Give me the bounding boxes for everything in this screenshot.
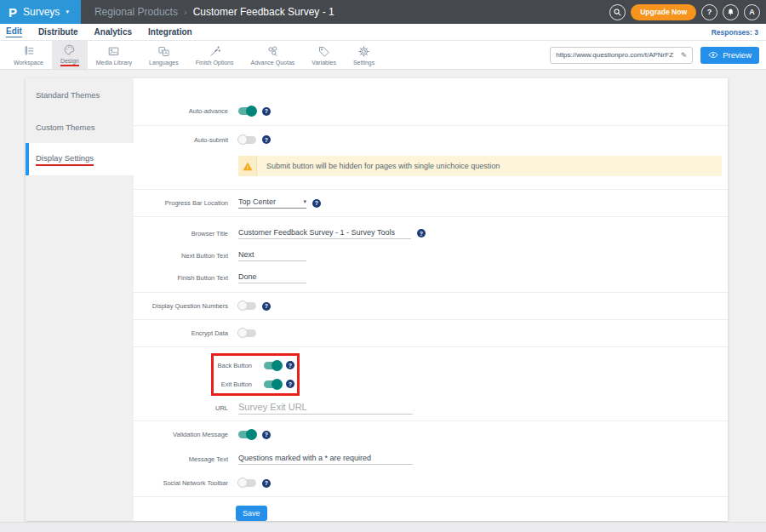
display-question-numbers-row: Display Question Numbers ? [134, 293, 728, 319]
upgrade-now-button[interactable]: Upgrade Now [631, 4, 696, 20]
display-settings-form: Auto-advance ? Auto-submit ? ! Submit b [134, 78, 728, 521]
chevron-down-icon: ▾ [66, 9, 69, 15]
tab-workspace[interactable]: Workspace [5, 41, 52, 69]
sidebar-item-display-settings[interactable]: Display Settings [26, 143, 134, 175]
tab-media-library[interactable]: Media Library [88, 41, 140, 69]
notifications-button[interactable] [723, 4, 739, 20]
eye-icon [708, 51, 718, 59]
exit-button-toggle[interactable] [264, 380, 282, 388]
help-icon[interactable]: ? [262, 479, 271, 488]
tab-variables[interactable]: Variables [303, 41, 345, 69]
top-bar: P Surveys ▾ Regional Products › Customer… [0, 0, 766, 24]
help-icon[interactable]: ? [286, 361, 294, 369]
auto-submit-warning: ! Submit button will be hidden for pages… [238, 156, 722, 176]
edit-toolbar: Workspace Design Media Library xA Langua… [0, 41, 766, 70]
design-settings-card: Standard Themes Custom Themes Display Se… [26, 78, 728, 521]
avatar[interactable]: A [744, 4, 760, 20]
browser-title-label: Browser Title [134, 230, 228, 237]
back-button-row: Back Button ? [214, 356, 297, 375]
progress-bar-location-select[interactable]: Top Center ▾ [238, 197, 306, 209]
toggle-knob [237, 328, 248, 338]
sidebar-item-custom-themes[interactable]: Custom Themes [26, 111, 134, 143]
finish-options-icon [209, 45, 221, 58]
breadcrumb-separator: › [184, 7, 187, 17]
finish-button-text-row: Finish Button Text [134, 266, 728, 289]
back-button-label: Back Button [214, 362, 252, 369]
warning-icon: ! [238, 156, 257, 176]
exit-url-label: URL [134, 404, 228, 412]
progress-bar-location-label: Progress Bar Location [134, 199, 228, 207]
tab-distribute[interactable]: Distribute [38, 27, 78, 37]
preview-button[interactable]: Preview [700, 47, 759, 64]
workspace-icon [22, 45, 35, 58]
back-button-toggle[interactable] [264, 362, 282, 369]
auto-submit-row: Auto-submit ? [134, 126, 728, 153]
breadcrumb: Regional Products › Customer Feedback Su… [94, 6, 334, 18]
survey-url-box[interactable]: https://www.questionpro.com/t/APNrFZ ✎ [550, 47, 693, 64]
validation-message-label: Validation Message [134, 431, 228, 438]
validation-message-toggle[interactable] [238, 431, 256, 438]
bell-icon [726, 8, 735, 17]
browser-title-row: Browser Title ? [134, 222, 728, 244]
help-icon[interactable]: ? [262, 107, 271, 116]
help-icon[interactable]: ? [286, 380, 294, 388]
tab-edit[interactable]: Edit [6, 26, 22, 37]
responses-count[interactable]: Responses: 3 [712, 28, 760, 37]
help-menu-button[interactable]: ? [701, 4, 717, 20]
exit-url-row: URL [134, 396, 728, 420]
settings-icon [357, 45, 370, 58]
help-icon[interactable]: ? [262, 135, 271, 144]
page-footer [0, 522, 766, 532]
tab-design[interactable]: Design [52, 41, 88, 69]
help-icon[interactable]: ? [262, 302, 271, 311]
auto-advance-row: Auto-advance ? [134, 97, 728, 125]
product-label: Surveys [23, 6, 60, 18]
breadcrumb-current: Customer Feedback Survey - 1 [193, 6, 334, 18]
save-button[interactable]: Save [236, 506, 267, 521]
survey-nav: Edit Distribute Analytics Integration Re… [0, 24, 766, 41]
next-button-text-input[interactable] [238, 250, 306, 261]
advance-quotas-icon [266, 45, 279, 58]
exit-button-label: Exit Button [214, 380, 252, 388]
encrypt-data-label: Encrypt Data [134, 329, 228, 337]
message-text-label: Message Text [134, 455, 228, 463]
exit-url-input[interactable] [238, 402, 413, 415]
finish-button-text-input[interactable] [238, 272, 306, 283]
toggle-knob [237, 478, 248, 488]
social-network-toolbar-toggle[interactable] [238, 479, 256, 487]
tab-advance-quotas[interactable]: Advance Quotas [243, 41, 304, 69]
tab-settings[interactable]: Settings [345, 41, 383, 69]
surveys-menu[interactable]: P Surveys ▾ [0, 0, 81, 24]
tab-integration[interactable]: Integration [148, 27, 192, 37]
message-text-row: Message Text [134, 448, 728, 470]
toggle-knob [272, 360, 283, 371]
next-button-text-row: Next Button Text [134, 244, 728, 266]
search-button[interactable] [609, 4, 626, 20]
tab-languages[interactable]: xA Languages [140, 41, 187, 69]
encrypt-data-toggle[interactable] [238, 329, 256, 337]
toggle-knob [237, 134, 248, 145]
auto-submit-toggle[interactable] [238, 136, 256, 144]
progress-bar-location-row: Progress Bar Location Top Center ▾ ? [134, 190, 728, 216]
help-icon[interactable]: ? [417, 229, 426, 237]
tab-finish-options[interactable]: Finish Options [187, 41, 243, 69]
message-text-input[interactable] [238, 454, 413, 465]
breadcrumb-parent[interactable]: Regional Products [94, 6, 178, 18]
next-button-text-label: Next Button Text [134, 252, 228, 260]
toggle-knob [272, 379, 283, 390]
search-icon [613, 8, 622, 17]
browser-title-input[interactable] [238, 228, 411, 239]
toggle-knob [246, 429, 257, 440]
display-question-numbers-label: Display Question Numbers [134, 302, 228, 310]
edit-url-icon[interactable]: ✎ [681, 51, 688, 60]
auto-advance-toggle[interactable] [238, 107, 256, 115]
social-network-toolbar-label: Social Network Toolbar [134, 479, 228, 487]
display-question-numbers-toggle[interactable] [238, 302, 256, 310]
survey-url[interactable]: https://www.questionpro.com/t/APNrFZ [556, 51, 676, 59]
help-icon[interactable]: ? [312, 199, 321, 208]
auto-advance-label: Auto-advance [134, 107, 228, 115]
sidebar-item-standard-themes[interactable]: Standard Themes [26, 78, 134, 111]
tab-analytics[interactable]: Analytics [94, 27, 132, 37]
questionpro-logo-icon: P [9, 6, 17, 19]
help-icon[interactable]: ? [262, 431, 271, 439]
